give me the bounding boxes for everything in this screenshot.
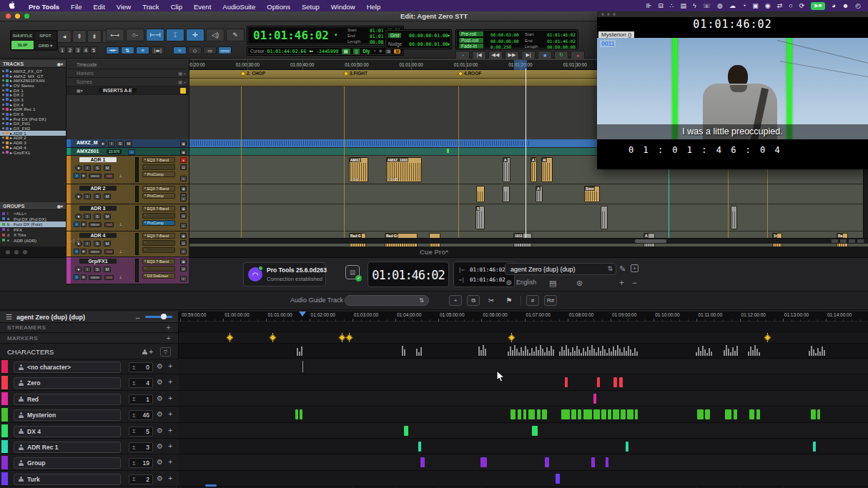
cue-block[interactable] <box>749 409 754 419</box>
character-row-zero[interactable]: ZeroΣ4⚙+ <box>0 375 179 390</box>
cue-block[interactable] <box>613 377 617 387</box>
sidebar-track-amxz-mx-gt[interactable]: ▸ AMXZ_MX_GT <box>0 74 66 79</box>
cue-block[interactable] <box>756 409 760 419</box>
flag-icon[interactable]: ⚑ <box>503 295 516 306</box>
character-name-field[interactable]: ADR Rec 1 <box>14 442 121 453</box>
track-record-button[interactable]: ● <box>75 214 82 219</box>
sidebar-track-dx-4[interactable]: ▸ DX 4 <box>0 102 66 107</box>
insert-slot-d3-deesser[interactable]: * D3 DeEsser <box>142 273 175 279</box>
mode-slip[interactable]: SLIP <box>11 41 34 49</box>
character-settings-icon[interactable]: ⚙ <box>157 410 163 418</box>
add-cue-icon[interactable]: + <box>619 278 624 288</box>
zoomer-tool-icon[interactable]: ○- <box>126 29 144 41</box>
menu-event[interactable]: Event <box>188 3 217 11</box>
track-clock-icon[interactable]: ◔ <box>74 249 79 254</box>
track-color-tag[interactable]: red <box>104 174 114 179</box>
scenes-add-icon[interactable]: ▦ + <box>178 79 186 84</box>
duplicate-cue-icon[interactable]: + <box>631 264 638 272</box>
fade-in-value[interactable]: 0:00.250 <box>490 44 511 49</box>
dots-icon[interactable]: ∴ <box>670 0 674 11</box>
cue-block[interactable] <box>813 442 816 452</box>
clip-amxz[interactable]: AMXZ↑ 0 d <box>349 157 368 182</box>
track-comments-button[interactable]: ▤ <box>180 213 187 219</box>
track-record-button[interactable]: ● <box>75 165 82 171</box>
insert-slot-empty[interactable]: * <box>142 266 175 272</box>
grid-label[interactable]: Grid <box>388 33 401 38</box>
track-auto-icon[interactable]: ✳ <box>81 173 87 179</box>
track-i-button[interactable]: I <box>108 141 115 146</box>
clip-a[interactable]: A <box>536 186 543 202</box>
track-header-adr-3[interactable]: ADR 3ISM●◔✳wavered⊥* EQ3 7-Band** ProCom… <box>66 204 189 231</box>
energy-icon[interactable]: ϟ <box>693 0 696 11</box>
zoom-slider[interactable] <box>145 316 172 318</box>
insert-slot-eq3-7-band[interactable]: * EQ3 7-Band <box>142 186 175 191</box>
sidebar-track-dx-3[interactable]: ▸ DX 3 <box>0 97 66 102</box>
track-header-amxz601[interactable]: AMXZ60123.976◔▣ <box>66 148 189 156</box>
track-i-button[interactable]: I <box>84 194 91 199</box>
pencil-tool-icon[interactable]: ✎ <box>226 29 245 41</box>
track-name[interactable]: ADR 1 <box>79 157 117 162</box>
character-row-mysterion[interactable]: MysterionΣ46⚙+ <box>0 407 179 422</box>
cue-block[interactable] <box>578 409 581 419</box>
search-icon[interactable]: ○ <box>789 0 792 11</box>
character-settings-icon[interactable]: ⚙ <box>157 394 163 402</box>
cue-block[interactable] <box>725 409 731 419</box>
mode-grid[interactable]: GRID ▾ <box>34 41 56 49</box>
track-header-amxz-m[interactable]: AMXZ_MISM●▣ <box>66 139 189 148</box>
insert-slot-procomp[interactable]: * ProComp <box>142 220 175 226</box>
users-icon[interactable]: ☻ <box>842 0 849 11</box>
sidebar-track-adr-rec-1[interactable]: ▸ ADR Rec 1 <box>0 107 66 112</box>
track-mini-box[interactable]: ▣ <box>180 141 187 146</box>
character-add-cue-icon[interactable]: + <box>168 457 172 466</box>
track-io-button[interactable]: ▣ <box>180 186 187 191</box>
character-row--no-character-[interactable]: <no character>Σ0⚙+ <box>0 359 179 374</box>
document-icon[interactable]: ▤ <box>549 279 556 288</box>
horizontal-scrollbar-thumb[interactable] <box>635 239 666 243</box>
globe-icon[interactable]: ◔ <box>742 0 746 11</box>
insert-slot-procomp[interactable]: * ProComp <box>142 193 175 199</box>
post-roll-value[interactable]: 00:00:00:00 <box>490 39 519 44</box>
menu-audiosuite[interactable]: AudioSuite <box>217 3 261 11</box>
menu-options[interactable]: Options <box>261 3 296 11</box>
character-settings-icon[interactable]: ⚙ <box>157 474 163 482</box>
link-edit-icon[interactable]: ⇅ <box>121 46 134 54</box>
language-label[interactable]: English <box>516 279 536 286</box>
edit-insertion-icon[interactable]: ▯ <box>353 49 360 54</box>
clip-al[interactable]: Al <box>541 157 553 182</box>
zoom-out-arrow-icon[interactable]: ◂ <box>57 30 71 43</box>
play-circle-icon[interactable]: ◉ <box>765 0 771 11</box>
stage-manager-icon[interactable]: ⊟ <box>658 0 664 11</box>
clip[interactable] <box>601 206 608 229</box>
menu-file[interactable]: File <box>65 3 87 11</box>
sidebar-track-dx-2[interactable]: ▸ DX 2 <box>0 92 66 97</box>
zoom-preset-5[interactable]: 5 <box>90 46 97 54</box>
character-row-adr-rec-1[interactable]: ADR Rec 1Σ3⚙+ <box>0 439 179 454</box>
nudge-label[interactable]: Nudge <box>388 41 402 46</box>
video-minimize-button[interactable] <box>607 13 610 16</box>
menu-window[interactable]: Window <box>325 3 361 11</box>
track-height-icon[interactable]: ⇟ <box>87 30 102 43</box>
track-clock-icon[interactable]: ◔ <box>74 221 79 227</box>
track-s-button[interactable]: S <box>94 194 101 199</box>
solo-badge[interactable]: S <box>385 49 391 54</box>
lane-adr-3[interactable] <box>189 204 868 231</box>
track-s-button[interactable]: S <box>117 141 124 146</box>
track-s-button[interactable]: S <box>94 241 101 247</box>
group-prd-dx-prd-dx-[interactable]: aPrd DX (Prd DX) <box>0 216 66 222</box>
obs-icon[interactable]: ◍ <box>717 0 723 11</box>
clip[interactable] <box>476 186 485 202</box>
group--all-[interactable]: !<ALL> <box>0 211 66 216</box>
track-name[interactable]: ADR 2 <box>79 186 117 191</box>
cloud-icon[interactable]: ☁ <box>729 0 736 11</box>
marker-2-chop[interactable]: 2. CHOP <box>241 71 265 76</box>
character-add-cue-icon[interactable]: + <box>168 362 172 370</box>
insert-slot-empty[interactable]: * <box>142 240 175 246</box>
character-settings-icon[interactable]: ⚙ <box>157 458 163 466</box>
streamers-add-icon[interactable]: + <box>167 324 171 332</box>
tab-transient-icon[interactable]: ⇥⇤ <box>106 46 119 54</box>
grid-dropdown-icon[interactable]: ▾ <box>448 33 450 38</box>
track-i-button[interactable]: I <box>84 165 91 171</box>
track-add-button[interactable]: + <box>180 196 187 201</box>
sidebar-track-adr-2[interactable]: ▸ ADR 2 <box>0 136 66 141</box>
character-name-field[interactable]: Group <box>14 457 121 469</box>
